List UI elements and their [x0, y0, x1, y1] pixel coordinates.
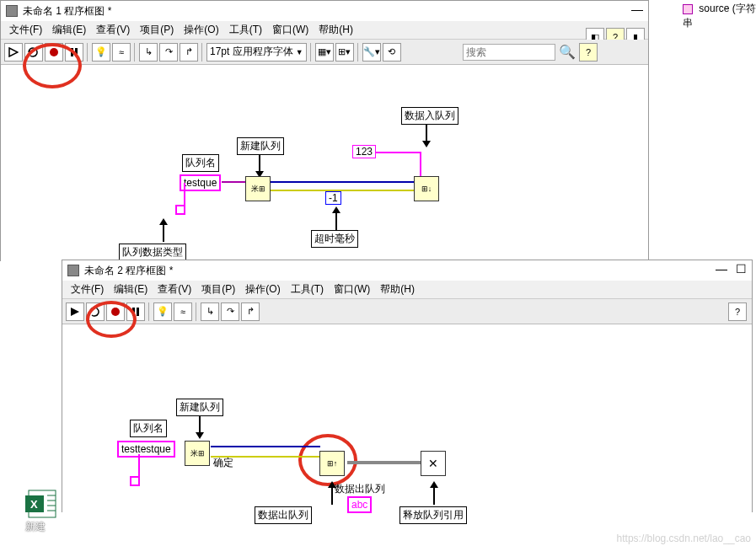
abc-indicator[interactable]: abc: [347, 496, 372, 513]
num-constant-123[interactable]: 123: [352, 145, 376, 158]
menu-edit[interactable]: 编辑(E): [47, 21, 91, 39]
font-selector[interactable]: 17pt 应用程序字体▼: [206, 43, 307, 62]
pause-button[interactable]: [126, 302, 145, 321]
help-button[interactable]: ?: [728, 302, 747, 321]
menu-window[interactable]: 窗口(W): [329, 281, 375, 298]
testque-constant[interactable]: testque: [180, 174, 221, 191]
release-queue-node[interactable]: ✕: [421, 451, 446, 476]
step-into-button[interactable]: ↳: [201, 302, 219, 321]
excel-label: 新建: [25, 520, 46, 534]
queue-type-label: 队列数据类型: [119, 244, 186, 261]
obtain-queue-node[interactable]: 米⊞: [185, 441, 210, 466]
highlight-button[interactable]: 💡: [153, 302, 172, 321]
win2-menubar: 文件(F) 编辑(E) 查看(V) 项目(P) 操作(O) 工具(T) 窗口(W…: [62, 281, 752, 299]
menu-help[interactable]: 帮助(H): [375, 281, 420, 298]
search-icon[interactable]: 🔍: [559, 44, 576, 60]
menu-edit[interactable]: 编辑(E): [109, 281, 153, 298]
pause-button[interactable]: [65, 43, 83, 62]
svg-rect-1: [71, 48, 73, 56]
new-queue-label: 新建队列: [176, 399, 223, 416]
svg-text:X: X: [30, 498, 38, 511]
win2-title: 未命名 2 程序框图 *: [84, 264, 173, 278]
excel-desktop-icon[interactable]: X: [25, 487, 59, 521]
menu-tools[interactable]: 工具(T): [224, 21, 267, 39]
enqueue-node[interactable]: ⊞↓: [414, 176, 439, 201]
menu-project[interactable]: 项目(P): [135, 21, 179, 39]
reorder-button[interactable]: 🔧▾: [362, 43, 381, 62]
app-icon: [6, 5, 18, 17]
menu-file[interactable]: 文件(F): [66, 281, 109, 298]
distribute-button[interactable]: ⊞▾: [335, 43, 354, 62]
menu-view[interactable]: 查看(V): [91, 21, 135, 39]
dequeue-label: 数据出队列: [255, 506, 312, 524]
step-over-button[interactable]: ↷: [221, 302, 239, 321]
step-into-button[interactable]: ↳: [139, 43, 158, 62]
svg-rect-4: [132, 308, 135, 316]
watermark: https://blog.csdn.net/lao__cao: [617, 533, 751, 544]
release-label: 释放队列引用: [399, 506, 467, 524]
svg-rect-5: [137, 308, 139, 316]
win2-toolbar: 💡 ≈ ↳ ↷ ↱ ?: [62, 299, 752, 324]
dequeue-label-2: 数据出队列: [332, 481, 388, 497]
win1-title: 未命名 1 程序框图 *: [23, 4, 111, 19]
menu-file[interactable]: 文件(F): [4, 21, 47, 39]
menu-window[interactable]: 窗口(W): [267, 21, 314, 39]
testtestque-constant[interactable]: testtestque: [117, 441, 175, 458]
svg-rect-2: [75, 48, 78, 56]
app-icon: [67, 265, 79, 276]
run-button[interactable]: [4, 43, 23, 62]
minimize-button[interactable]: —: [631, 3, 643, 16]
menu-tools[interactable]: 工具(T): [286, 281, 329, 298]
win2-titlebar[interactable]: 未命名 2 程序框图 * — ☐: [62, 260, 752, 281]
svg-point-3: [111, 308, 120, 316]
step-over-button[interactable]: ↷: [159, 43, 178, 62]
obtain-queue-node[interactable]: 米⊞: [245, 176, 271, 201]
menu-project[interactable]: 项目(P): [196, 281, 240, 298]
queue-name-label: 队列名: [182, 154, 219, 172]
search-input[interactable]: [463, 44, 555, 61]
queue-name-label: 队列名: [130, 420, 167, 437]
maximize-button[interactable]: ☐: [736, 262, 747, 276]
win1-menubar: 文件(F) 编辑(E) 查看(V) 项目(P) 操作(O) 工具(T) 窗口(W…: [1, 21, 648, 40]
run-continuous-button[interactable]: [86, 302, 105, 321]
retain-wire-button[interactable]: ≈: [112, 43, 131, 62]
win1-toolbar: 💡 ≈ ↳ ↷ ↱ 17pt 应用程序字体▼ ▦▾ ⊞▾ 🔧▾ ⟲ 🔍 ?: [1, 40, 648, 65]
step-out-button[interactable]: ↱: [241, 302, 260, 321]
abort-button[interactable]: [106, 302, 125, 321]
arrow-icon: [159, 218, 168, 242]
window-2: 未命名 2 程序框图 * — ☐ 文件(F) 编辑(E) 查看(V) 项目(P)…: [62, 260, 753, 512]
window-1: 未命名 1 程序框图 * — 文件(F) 编辑(E) 查看(V) 项目(P) 操…: [0, 0, 649, 261]
menu-view[interactable]: 查看(V): [153, 281, 196, 298]
arrow-icon: [196, 415, 204, 439]
arrow-icon: [430, 481, 438, 505]
retain-wire-button[interactable]: ≈: [174, 302, 192, 321]
arrow-icon: [332, 206, 340, 230]
menu-help[interactable]: 帮助(H): [314, 21, 358, 39]
help-button[interactable]: ?: [579, 43, 598, 62]
minimize-button[interactable]: —: [716, 262, 727, 276]
cleanup-button[interactable]: ⟲: [383, 43, 401, 62]
arrow-icon: [422, 124, 431, 147]
abort-button[interactable]: [45, 43, 63, 62]
arrow-icon: [255, 154, 264, 178]
win1-titlebar[interactable]: 未命名 1 程序框图 * —: [1, 1, 648, 21]
menu-operate[interactable]: 操作(O): [179, 21, 223, 39]
new-queue-label: 新建队列: [237, 137, 284, 155]
source-tab-label: source (字符串: [683, 3, 756, 29]
run-continuous-button[interactable]: [24, 43, 43, 62]
align-button[interactable]: ▦▾: [315, 43, 334, 62]
timeout-label: 超时毫秒: [311, 230, 358, 248]
dequeue-node[interactable]: ⊞↑: [319, 451, 345, 476]
menu-operate[interactable]: 操作(O): [240, 281, 285, 298]
svg-point-0: [50, 48, 58, 56]
highlight-button[interactable]: 💡: [92, 43, 110, 62]
enqueue-label: 数据入队列: [401, 107, 458, 125]
neg1-constant[interactable]: -1: [325, 191, 341, 205]
run-button[interactable]: [66, 302, 84, 321]
step-out-button[interactable]: ↱: [180, 43, 198, 62]
